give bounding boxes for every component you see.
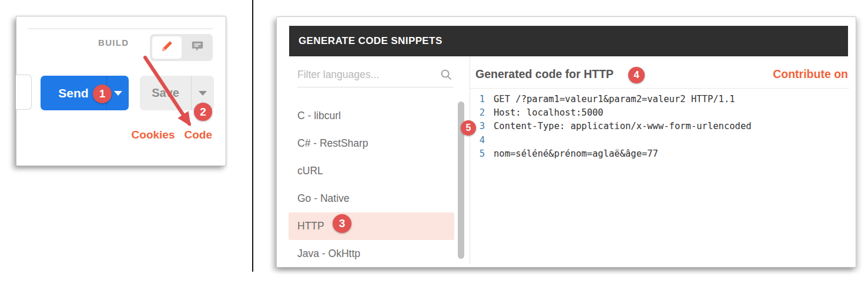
code-pane-divider: [470, 88, 849, 89]
code-line: 5 nom=séléné&prénom=aglaë&âge=77: [473, 147, 752, 160]
line-text: Host: localhost:5000: [494, 107, 604, 118]
filter-languages-field: [297, 64, 454, 87]
url-field-edge: [16, 75, 32, 110]
contribute-link[interactable]: Contribute on: [773, 67, 848, 81]
line-number: 4: [473, 135, 485, 146]
annotation-badge-4: 4: [628, 67, 645, 83]
dialog-title-bar: GENERATE CODE SNIPPETS: [289, 26, 848, 56]
code-line: 2 Host: localhost:5000: [473, 106, 752, 119]
annotation-badge-3: 3: [333, 214, 351, 233]
line-text: GET /?param1=valeur1&param2=valeur2 HTTP…: [494, 94, 735, 104]
search-icon: [440, 68, 453, 83]
edit-mode-segment[interactable]: [152, 36, 182, 59]
code-line: 4: [473, 133, 752, 147]
annotation-badge-2: 2: [194, 103, 212, 121]
language-item-curl[interactable]: cURL: [289, 157, 454, 185]
code-pane-title: Generated code for HTTP: [475, 67, 614, 81]
send-button[interactable]: Send: [41, 76, 129, 110]
top-divider: [28, 28, 213, 29]
language-item-c-libcurl[interactable]: C - libcurl: [289, 102, 454, 130]
code-line: 1 GET /?param1=valeur1&param2=valeur2 HT…: [473, 92, 752, 106]
language-item-csharp-restsharp[interactable]: C# - RestSharp: [289, 130, 454, 157]
line-number: 5: [473, 148, 485, 159]
build-label: BUILD: [98, 38, 129, 48]
line-number: 2: [473, 107, 485, 118]
request-toolbar-screenshot: BUILD Send Save Cookies Code: [16, 16, 226, 166]
code-viewer[interactable]: 1 GET /?param1=valeur1&param2=valeur2 HT…: [473, 92, 752, 160]
language-item-go-native[interactable]: Go - Native: [289, 185, 454, 212]
annotation-badge-1: 1: [93, 84, 112, 103]
line-number: 1: [473, 94, 485, 104]
dialog-title: GENERATE CODE SNIPPETS: [299, 35, 443, 46]
line-text: Content-Type: application/x-www-form-url…: [494, 121, 752, 131]
filter-languages-input[interactable]: [297, 64, 433, 85]
edit-mode-toggle: [150, 34, 213, 61]
language-item-java-okhttp[interactable]: Java - OkHttp: [289, 240, 454, 268]
toolbar-links: Cookies Code: [16, 129, 226, 141]
comment-mode-segment[interactable]: [182, 40, 213, 55]
chevron-down-icon: [114, 91, 122, 96]
generate-code-dialog: GENERATE CODE SNIPPETS C - libcurl C# - …: [276, 16, 856, 268]
comment-icon: [191, 40, 204, 55]
line-text: nom=séléné&prénom=aglaë&âge=77: [494, 148, 658, 159]
language-list: C - libcurl C# - RestSharp cURL Go - Nat…: [289, 102, 454, 268]
code-link[interactable]: Code: [185, 129, 213, 141]
cookies-link[interactable]: Cookies: [132, 129, 175, 141]
pencil-icon: [160, 40, 173, 55]
annotation-badge-5: 5: [461, 120, 476, 136]
chevron-down-icon: [199, 91, 207, 96]
language-item-http[interactable]: HTTP: [289, 212, 454, 240]
panel-separator-line: [252, 0, 253, 272]
code-line: 3 Content-Type: application/x-www-form-u…: [473, 120, 752, 133]
save-button-label: Save: [140, 76, 191, 110]
